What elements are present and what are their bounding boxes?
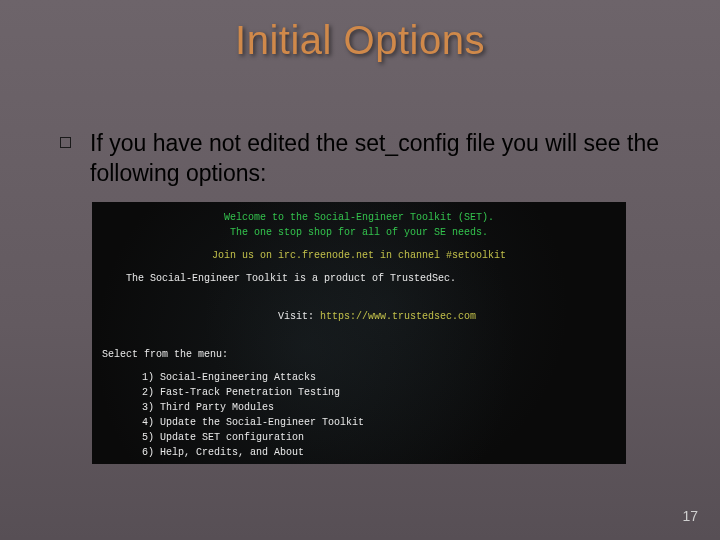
- menu-item-3: 3) Third Party Modules: [102, 400, 616, 415]
- terminal-visit-label: Visit:: [278, 311, 320, 322]
- terminal-visit-url: https://www.trustedsec.com: [320, 311, 476, 322]
- bullet-icon: [60, 137, 71, 148]
- terminal-select-label: Select from the menu:: [102, 347, 616, 362]
- menu-item-4: 4) Update the Social-Engineer Toolkit: [102, 415, 616, 430]
- terminal-welcome-1: Welcome to the Social-Engineer Toolkit (…: [102, 210, 616, 225]
- menu-item-2: 2) Fast-Track Penetration Testing: [102, 385, 616, 400]
- terminal-welcome-2: The one stop shop for all of your SE nee…: [102, 225, 616, 240]
- menu-item-5: 5) Update SET configuration: [102, 430, 616, 445]
- menu-item-6: 6) Help, Credits, and About: [102, 445, 616, 460]
- slide-title: Initial Options: [0, 18, 720, 63]
- page-number: 17: [682, 508, 698, 524]
- terminal-irc: Join us on irc.freenode.net in channel #…: [102, 248, 616, 263]
- slide: Initial Options If you have not edited t…: [0, 0, 720, 540]
- bullet-text: If you have not edited the set_config fi…: [90, 128, 670, 188]
- terminal-screenshot: Welcome to the Social-Engineer Toolkit (…: [92, 202, 626, 464]
- menu-item-1: 1) Social-Engineering Attacks: [102, 370, 616, 385]
- bullet-item: If you have not edited the set_config fi…: [60, 128, 670, 188]
- terminal-product: The Social-Engineer Toolkit is a product…: [102, 271, 616, 286]
- terminal-visit: Visit: https://www.trustedsec.com: [102, 294, 616, 339]
